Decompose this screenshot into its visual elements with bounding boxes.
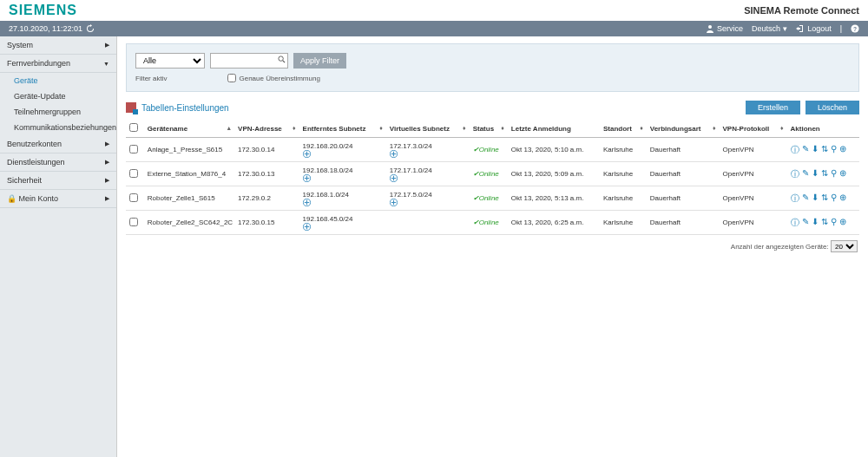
select-all-checkbox[interactable] — [129, 123, 138, 132]
datetime-label: 27.10.2020, 11:22:01 — [9, 24, 82, 33]
status-online: ✔Online — [473, 146, 499, 153]
cell-proto: OpenVPN — [719, 186, 786, 211]
table-row: Roboter_Zelle2_SC642_2C172.30.0.15192.16… — [126, 211, 859, 235]
cell-virtual — [386, 211, 470, 235]
sidebar-item-mein-konto[interactable]: 🔒 Mein Konto▶ — [0, 190, 116, 208]
sidebar-item-system[interactable]: System▶ — [0, 36, 116, 55]
add-icon[interactable] — [303, 199, 383, 206]
sidebar-sub-ger-te-update[interactable]: Geräte-Update — [0, 88, 116, 104]
add-icon[interactable] — [303, 150, 383, 158]
chevron-icon: ▶ — [105, 42, 109, 49]
info-icon[interactable]: ⓘ — [791, 193, 799, 205]
cell-last: Okt 13, 2020, 5:09 a.m. — [508, 162, 600, 186]
delete-button[interactable]: Löschen — [806, 101, 859, 114]
pager-select[interactable]: 20 — [831, 240, 858, 252]
search-input[interactable] — [210, 53, 288, 69]
edit-icon[interactable]: ✎ — [802, 144, 809, 156]
svg-point-3 — [279, 56, 283, 61]
row-checkbox[interactable] — [129, 193, 138, 202]
add-icon[interactable] — [390, 174, 466, 182]
service-link[interactable]: Service — [706, 24, 743, 33]
edit-icon[interactable]: ✎ — [802, 168, 809, 180]
cell-conn: Dauerhaft — [647, 186, 720, 211]
sidebar-sub-kommunikationsbeziehungen[interactable]: Kommunikationsbeziehungen — [0, 120, 116, 135]
sidebar-sub-teilnehmergruppen[interactable]: Teilnehmergruppen — [0, 104, 116, 120]
refresh-icon[interactable] — [86, 24, 95, 33]
col-header[interactable]: Aktionen — [787, 120, 859, 138]
table-settings-link[interactable]: Tabellen-Einstellungen — [126, 102, 229, 113]
info-icon[interactable]: ⓘ — [791, 168, 799, 180]
help-icon[interactable]: ? — [851, 23, 859, 34]
download-icon[interactable]: ⬇ — [812, 193, 819, 205]
cell-status: ✔Online — [470, 162, 508, 186]
cell-conn: Dauerhaft — [647, 162, 720, 186]
download-icon[interactable]: ⬇ — [812, 168, 819, 180]
cell-name: Externe_Station_M876_4 — [144, 162, 234, 186]
cell-loc: Karlsruhe — [600, 162, 647, 186]
add-icon[interactable] — [303, 223, 383, 231]
cell-remote: 192.168.18.0/24 — [299, 162, 386, 186]
info-icon[interactable]: ⓘ — [791, 217, 799, 229]
row-checkbox[interactable] — [129, 169, 138, 178]
add-icon[interactable] — [390, 150, 466, 158]
cell-status: ✔Online — [470, 186, 508, 211]
download-icon[interactable]: ⬇ — [812, 217, 819, 229]
key-icon[interactable]: ⚲ — [831, 193, 837, 205]
cell-loc: Karlsruhe — [600, 211, 647, 235]
col-header[interactable]: VPN-Adresse♦ — [234, 120, 299, 138]
edit-icon[interactable]: ✎ — [802, 217, 809, 229]
key-icon[interactable]: ⚲ — [831, 168, 837, 180]
add-icon[interactable] — [390, 199, 466, 206]
edit-icon[interactable]: ✎ — [802, 193, 809, 205]
sort-icon: ♦ — [501, 125, 504, 131]
info-icon[interactable]: ⓘ — [791, 144, 799, 156]
link-icon[interactable]: ⇅ — [821, 193, 828, 205]
col-header[interactable]: Status♦ — [470, 120, 508, 138]
row-checkbox[interactable] — [129, 145, 138, 153]
cell-status: ✔Online — [470, 211, 508, 235]
col-header[interactable]: Virtuelles Subnetz♦ — [386, 120, 470, 138]
sidebar-item-dienstleistungen[interactable]: Dienstleistungen▶ — [0, 153, 116, 172]
cell-vpn: 172.29.0.2 — [234, 186, 299, 211]
table-row: Anlage_1_Presse_S615172.30.0.14192.168.2… — [126, 138, 859, 162]
apply-filter-button[interactable]: Apply Filter — [293, 53, 346, 69]
cell-loc: Karlsruhe — [600, 138, 647, 162]
sidebar-item-fernverbindungen[interactable]: Fernverbindungen▼ — [0, 55, 116, 73]
filter-select[interactable]: Alle — [135, 53, 205, 69]
col-header[interactable]: VPN-Protokoll♦ — [719, 120, 786, 138]
cell-loc: Karlsruhe — [600, 186, 647, 211]
add-icon[interactable] — [303, 174, 383, 182]
exact-match-checkbox[interactable]: Genaue Übereinstimmung — [227, 74, 319, 82]
chevron-icon: ▶ — [105, 159, 109, 166]
sort-asc-icon: ▴ — [227, 125, 231, 132]
cell-last: Okt 13, 2020, 6:25 a.m. — [508, 211, 600, 235]
pager-label: Anzahl der angezeigten Geräte: — [731, 243, 829, 251]
brand-logo: SIEMENS — [9, 3, 77, 18]
key-icon[interactable]: ⚲ — [831, 144, 837, 156]
col-header[interactable]: Standort♦ — [600, 120, 647, 138]
create-button[interactable]: Erstellen — [746, 101, 800, 114]
row-actions: ⓘ✎⬇⇅⚲⊕ — [791, 144, 856, 156]
cell-name: Anlage_1_Presse_S615 — [144, 138, 234, 162]
more-icon[interactable]: ⊕ — [839, 168, 846, 180]
more-icon[interactable]: ⊕ — [839, 193, 846, 205]
chevron-icon: ▶ — [105, 140, 109, 147]
language-select[interactable]: Deutsch ▾ — [752, 24, 787, 33]
key-icon[interactable]: ⚲ — [831, 217, 837, 229]
sidebar-sub-ger-te[interactable]: Geräte — [0, 73, 116, 88]
row-checkbox[interactable] — [129, 218, 138, 226]
sidebar-item-sicherheit[interactable]: Sicherheit▶ — [0, 172, 116, 190]
sidebar-item-benutzerkonten[interactable]: Benutzerkonten▶ — [0, 135, 116, 153]
col-header[interactable]: Verbindungsart♦ — [647, 120, 720, 138]
logout-link[interactable]: Logout — [796, 24, 832, 33]
link-icon[interactable]: ⇅ — [821, 217, 828, 229]
more-icon[interactable]: ⊕ — [839, 217, 846, 229]
search-icon[interactable] — [278, 55, 286, 63]
col-header[interactable]: Gerätename▴ — [144, 120, 234, 138]
link-icon[interactable]: ⇅ — [821, 168, 828, 180]
download-icon[interactable]: ⬇ — [812, 144, 819, 156]
more-icon[interactable]: ⊕ — [839, 144, 846, 156]
link-icon[interactable]: ⇅ — [821, 144, 828, 156]
col-header[interactable]: Entferntes Subnetz♦ — [299, 120, 386, 138]
col-header[interactable]: Letzte Anmeldung — [508, 120, 600, 138]
